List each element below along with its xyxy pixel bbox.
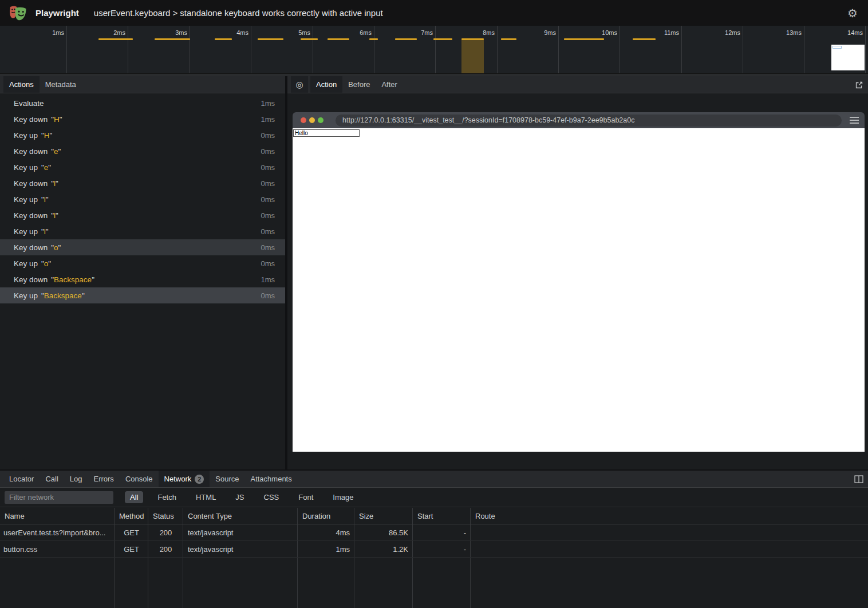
action-row[interactable]: Key down "Backspace" 1ms <box>0 271 285 287</box>
timeline-action-bar[interactable] <box>301 38 318 40</box>
actions-panel: Actions Metadata Evaluate "" 1ms <box>0 76 285 469</box>
action-label: Key down <box>14 147 48 156</box>
details-tab[interactable]: Call <box>40 471 64 487</box>
timeline-gridline: 8ms <box>497 26 498 73</box>
tab-label: Actions <box>9 80 34 89</box>
timeline-action-bar[interactable] <box>369 38 378 40</box>
action-row[interactable]: Key down "l" 0ms <box>0 207 285 223</box>
timeline-action-bar[interactable] <box>155 38 190 40</box>
timeline-gridline: 13ms <box>804 26 804 73</box>
actions-panel-tab[interactable]: Metadata <box>40 76 82 93</box>
action-row[interactable]: Key up "H" 0ms <box>0 127 285 143</box>
action-duration: 0ms <box>261 195 285 204</box>
details-tab[interactable]: Console <box>120 471 159 487</box>
action-label: Key down <box>14 243 48 252</box>
action-key: "o" <box>41 259 51 268</box>
action-label: Key up <box>14 259 38 268</box>
column-header: Size <box>354 512 413 520</box>
network-filter-row: All Fetch HTML JS CSS <box>0 488 868 507</box>
snapshot-tab[interactable]: After <box>376 76 403 93</box>
action-label: Key up <box>14 163 38 172</box>
timeline-tick-label: 14ms <box>847 29 863 36</box>
timeline-action-bar[interactable] <box>215 38 232 40</box>
main-split: Actions Metadata Evaluate "" 1ms <box>0 76 868 469</box>
action-row[interactable]: Key up "Backspace" 0ms <box>0 287 285 303</box>
timeline-gridline: 10ms <box>620 26 620 73</box>
pick-locator-button[interactable]: ◎ <box>291 76 308 93</box>
chip-label: HTML <box>196 493 216 502</box>
network-request-row[interactable]: userEvent.test.ts?import&bro... GET 200 … <box>0 524 868 541</box>
timeline-action-bar[interactable] <box>461 38 484 40</box>
action-row[interactable]: Key down "l" 0ms <box>0 175 285 191</box>
settings-gear-icon[interactable]: ⚙ <box>847 6 861 20</box>
network-type-filter-chip[interactable]: Font <box>293 491 318 503</box>
network-type-filter-chip[interactable]: Fetch <box>152 491 182 503</box>
action-row[interactable]: Key down "e" 0ms <box>0 143 285 159</box>
timeline-action-bar[interactable] <box>501 38 516 40</box>
details-tab[interactable]: Network 2 <box>159 471 210 487</box>
details-tab[interactable]: Attachments <box>244 471 297 487</box>
timeline-action-bar[interactable] <box>98 38 133 40</box>
action-row[interactable]: Key up "l" 0ms <box>0 191 285 207</box>
snapshot-view: http://127.0.0.1:63315/__vitest_test__/?… <box>287 94 868 469</box>
tab-label: Action <box>316 80 337 89</box>
chip-label: All <box>130 493 138 502</box>
action-row[interactable]: Key up "l" 0ms <box>0 223 285 239</box>
action-key: "o" <box>51 243 61 252</box>
timeline-action-bar[interactable] <box>328 38 349 40</box>
action-row[interactable]: Key down "H" 1ms <box>0 111 285 127</box>
open-snapshot-external-button[interactable] <box>855 76 863 93</box>
traffic-light-close-icon <box>301 117 306 123</box>
network-type-filter-chip[interactable]: All <box>125 491 143 503</box>
details-tab[interactable]: Locator <box>3 471 40 487</box>
playwright-logo-icon <box>8 5 29 22</box>
toggle-split-view-button[interactable] <box>854 471 863 488</box>
details-panel: Locator Call Log Errors <box>0 471 868 608</box>
thumbnail-input-box <box>833 46 842 49</box>
actions-tabstrip: Actions Metadata <box>0 76 285 93</box>
actions-panel-tab[interactable]: Actions <box>3 76 40 93</box>
timeline-gridline: 1ms <box>66 26 67 73</box>
network-type-filter-chip[interactable]: JS <box>230 491 249 503</box>
network-filter-input[interactable] <box>5 491 113 504</box>
action-label: Key up <box>14 227 38 236</box>
request-status: 200 <box>148 545 183 554</box>
network-request-row[interactable]: button.css GET 200 text/javascript 1ms 1… <box>0 541 868 558</box>
timeline-tick-label: 7ms <box>421 29 433 36</box>
details-tab[interactable]: Log <box>64 471 88 487</box>
action-key: "l" <box>51 211 58 220</box>
snapshot-toolbar: ◎ Action Before After <box>287 76 868 93</box>
snapshot-tabstrip: Action Before After <box>310 76 403 93</box>
action-key: "e" <box>51 147 61 156</box>
action-duration: 0ms <box>261 227 285 236</box>
snapshot-page <box>293 128 865 452</box>
details-tab[interactable]: Errors <box>88 471 119 487</box>
timeline-tick-label: 2ms <box>113 29 125 36</box>
snapshot-tab[interactable]: Action <box>310 76 342 93</box>
timeline-tick-label: 13ms <box>786 29 802 36</box>
browser-chrome: http://127.0.0.1:63315/__vitest_test__/?… <box>293 112 865 128</box>
network-type-filter-chip[interactable]: Image <box>328 491 358 503</box>
details-tab[interactable]: Source <box>210 471 244 487</box>
timeline-action-bar[interactable] <box>433 38 452 40</box>
request-start: - <box>413 545 471 554</box>
action-row[interactable]: Key down "o" 0ms <box>0 239 285 255</box>
timeline-track[interactable]: 1ms 2ms 3ms 4ms 5ms 6ms <box>0 26 868 76</box>
action-row[interactable]: Key up "o" 0ms <box>0 255 285 271</box>
timeline-action-bar[interactable] <box>258 38 283 40</box>
action-row[interactable]: Key up "e" 0ms <box>0 159 285 175</box>
page-text-input[interactable] <box>293 129 360 137</box>
action-duration: 0ms <box>261 131 285 140</box>
network-type-filter-chip[interactable]: HTML <box>191 491 221 503</box>
timeline-action-bar[interactable] <box>633 38 656 40</box>
action-duration: 0ms <box>261 163 285 172</box>
chip-label: Font <box>298 493 313 502</box>
timeline-action-bar[interactable] <box>564 38 604 40</box>
url-text: http://127.0.0.1:63315/__vitest_test__/?… <box>336 115 842 127</box>
timeline-action-bar[interactable] <box>395 38 417 40</box>
network-type-filter-chip[interactable]: CSS <box>259 491 285 503</box>
timeline-tick-label: 12ms <box>725 29 740 36</box>
action-key: "l" <box>41 227 49 236</box>
action-row[interactable]: Evaluate "" 1ms <box>0 95 285 111</box>
snapshot-tab[interactable]: Before <box>342 76 376 93</box>
